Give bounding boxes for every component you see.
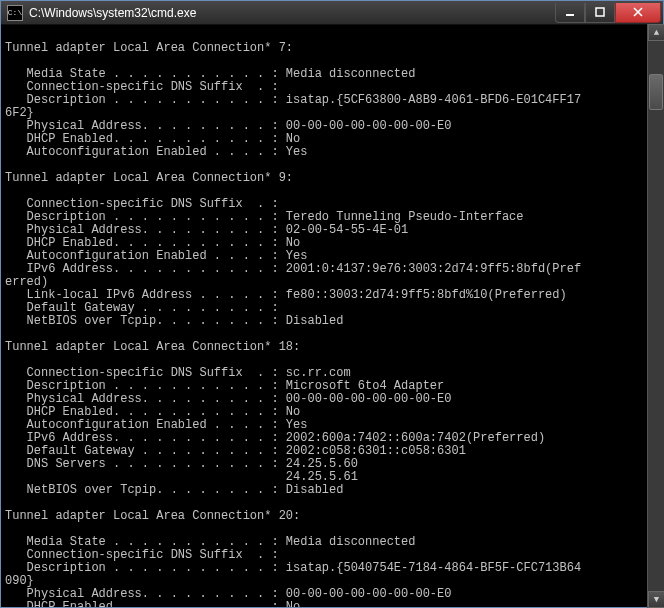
svg-rect-1 xyxy=(596,8,604,16)
close-button[interactable] xyxy=(615,3,661,23)
terminal-output[interactable]: Tunnel adapter Local Area Connection* 7:… xyxy=(1,25,663,607)
cmd-icon: C:\ xyxy=(7,5,23,21)
scroll-up-button[interactable]: ▲ xyxy=(648,24,664,41)
scroll-down-button[interactable]: ▼ xyxy=(648,591,664,608)
scroll-thumb[interactable] xyxy=(649,74,663,110)
vertical-scrollbar[interactable]: ▲ ▼ xyxy=(647,24,664,608)
cmd-window: C:\ C:\Windows\system32\cmd.exe Tunnel a… xyxy=(0,0,664,608)
minimize-button[interactable] xyxy=(555,3,585,23)
close-icon xyxy=(632,7,644,17)
minimize-icon xyxy=(565,7,575,17)
titlebar[interactable]: C:\ C:\Windows\system32\cmd.exe xyxy=(1,1,663,25)
maximize-button[interactable] xyxy=(585,3,615,23)
maximize-icon xyxy=(595,7,605,17)
window-title: C:\Windows\system32\cmd.exe xyxy=(27,6,555,20)
svg-rect-0 xyxy=(566,14,574,16)
window-controls xyxy=(555,3,661,23)
